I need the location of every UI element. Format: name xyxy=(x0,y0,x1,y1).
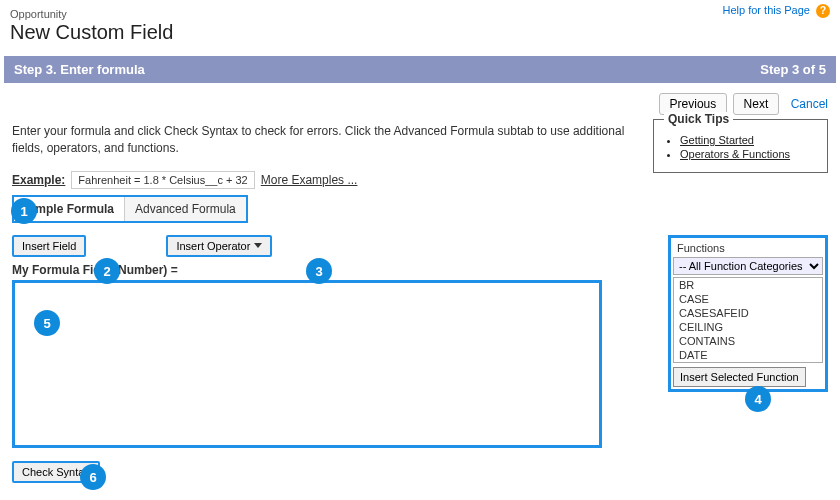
function-item[interactable]: CEILING xyxy=(674,320,822,334)
functions-panel: Functions -- All Function Categories -- … xyxy=(668,235,828,392)
formula-tabs: Simple Formula Advanced Formula xyxy=(12,195,248,223)
breadcrumb: Opportunity xyxy=(10,8,830,20)
function-category-select[interactable]: -- All Function Categories -- xyxy=(673,257,823,275)
next-button[interactable]: Next xyxy=(733,93,780,115)
insert-operator-label: Insert Operator xyxy=(176,240,250,252)
help-link[interactable]: Help for this Page ? xyxy=(723,4,831,18)
function-item[interactable]: CASE xyxy=(674,292,822,306)
more-examples-link[interactable]: More Examples ... xyxy=(261,173,358,187)
functions-title: Functions xyxy=(673,240,823,257)
quick-tips-panel: Quick Tips Getting Started Operators & F… xyxy=(653,119,828,173)
example-formula: Fahrenheit = 1.8 * Celsius__c + 32 xyxy=(71,171,254,189)
step-counter: Step 3 of 5 xyxy=(760,62,826,77)
insert-selected-function-button[interactable]: Insert Selected Function xyxy=(673,367,806,387)
tab-simple-formula[interactable]: Simple Formula xyxy=(14,197,125,221)
formula-textarea[interactable] xyxy=(12,280,602,448)
function-item[interactable]: CONTAINS xyxy=(674,334,822,348)
function-item[interactable]: CASESAFEID xyxy=(674,306,822,320)
tab-advanced-formula[interactable]: Advanced Formula xyxy=(125,197,246,221)
insert-field-button[interactable]: Insert Field xyxy=(12,235,86,257)
help-icon[interactable]: ? xyxy=(816,4,830,18)
function-item[interactable]: DATE xyxy=(674,348,822,362)
chevron-down-icon xyxy=(254,243,262,248)
insert-operator-button[interactable]: Insert Operator xyxy=(166,235,272,257)
step-title: Step 3. Enter formula xyxy=(14,62,145,77)
quick-tip-link-operators[interactable]: Operators & Functions xyxy=(680,148,817,160)
function-item[interactable]: BR xyxy=(674,278,822,292)
example-row: Example: Fahrenheit = 1.8 * Celsius__c +… xyxy=(12,171,828,189)
example-label: Example: xyxy=(12,173,65,187)
formula-field-label: My Formula Field (Number) = xyxy=(12,263,658,277)
instructions-text: Enter your formula and click Check Synta… xyxy=(12,123,652,157)
functions-list[interactable]: BR CASE CASESAFEID CEILING CONTAINS DATE xyxy=(673,277,823,363)
page-title: New Custom Field xyxy=(10,21,830,44)
cancel-link[interactable]: Cancel xyxy=(791,97,828,111)
help-link-text[interactable]: Help for this Page xyxy=(723,4,810,16)
check-syntax-button[interactable]: Check Syntax xyxy=(12,461,100,483)
quick-tip-link-getting-started[interactable]: Getting Started xyxy=(680,134,817,146)
quick-tips-title: Quick Tips xyxy=(664,112,733,126)
step-bar: Step 3. Enter formula Step 3 of 5 xyxy=(4,56,836,83)
